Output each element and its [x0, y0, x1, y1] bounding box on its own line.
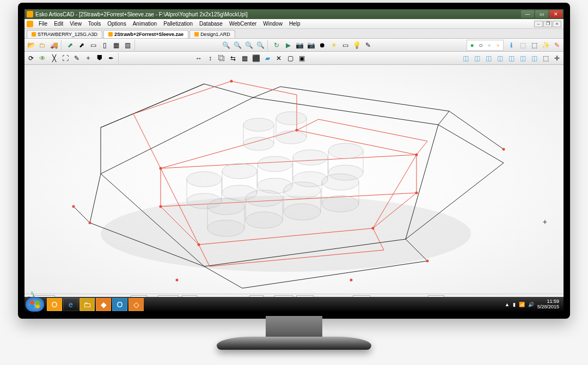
rect2-icon[interactable]: ▭ — [340, 40, 351, 51]
traffic-blue-icon[interactable]: ▫ — [485, 41, 494, 50]
record-icon[interactable]: ⏺ — [317, 40, 328, 51]
plus-icon[interactable]: ＋ — [83, 53, 94, 64]
crop-icon[interactable]: ⛶ — [60, 53, 71, 64]
pencil-icon[interactable]: ✎ — [552, 40, 562, 51]
3d-viewport[interactable]: + x y z — [24, 65, 564, 294]
traffic-white-icon[interactable]: ○ — [476, 41, 485, 50]
taskbar-app3-icon[interactable]: ◇ — [128, 298, 144, 311]
menu-view[interactable]: View — [66, 21, 85, 27]
svg-point-57 — [243, 137, 274, 150]
maximize-button[interactable]: ▭ — [535, 10, 548, 18]
svg-point-52 — [322, 174, 359, 190]
eye-icon[interactable]: 👁 — [37, 53, 48, 64]
menu-tools[interactable]: Tools — [85, 21, 104, 27]
bulb-icon[interactable]: 💡 — [351, 40, 362, 51]
select-dashed-icon[interactable]: ▭ — [88, 40, 99, 51]
move1-icon[interactable]: ↔ — [193, 53, 204, 64]
view-bottom-icon[interactable]: ◫ — [517, 53, 528, 64]
grid-icon[interactable]: ▦ — [111, 40, 121, 51]
ortho-icon[interactable]: ⬚ — [540, 53, 551, 64]
array-icon[interactable]: ▦ — [239, 53, 250, 64]
child-restore-button[interactable]: ❐ — [543, 21, 552, 27]
tab-design1[interactable]: Design1.ARD — [189, 30, 235, 38]
taskbar-app1-icon[interactable]: ◆ — [96, 298, 111, 311]
tray-wifi-icon[interactable]: 📶 — [519, 302, 525, 307]
cube-icon[interactable]: ⬚ — [517, 40, 528, 51]
file-icon — [108, 32, 113, 36]
pen-icon[interactable]: ✒ — [106, 53, 117, 64]
cursor-green-icon[interactable]: ⬈ — [65, 40, 76, 51]
menu-webcenter[interactable]: WebCenter — [226, 21, 260, 27]
tool-a-icon[interactable]: ✎ — [363, 40, 373, 51]
menu-options[interactable]: Options — [104, 21, 129, 27]
wand-icon[interactable]: ✨ — [540, 40, 551, 51]
zoom-fit-icon[interactable]: 🔍 — [243, 40, 254, 51]
tray-volume-icon[interactable]: 🔊 — [528, 302, 534, 307]
cursor-black-icon[interactable]: ⬈ — [76, 40, 87, 51]
open-icon[interactable]: 📂 — [26, 40, 36, 51]
start-button[interactable] — [26, 297, 44, 312]
svg-point-60 — [276, 112, 307, 125]
refresh-icon[interactable]: ↻ — [271, 40, 282, 51]
menu-edit[interactable]: Edit — [51, 21, 66, 27]
magnet-icon[interactable]: ⬚ — [529, 40, 540, 51]
info-icon[interactable]: ℹ — [506, 40, 517, 51]
taskbar-ie-icon[interactable]: e — [63, 298, 78, 311]
svg-point-36 — [328, 143, 363, 159]
view-persp-icon[interactable]: ◫ — [529, 53, 540, 64]
menu-animation[interactable]: Animation — [130, 21, 160, 27]
wire-icon[interactable]: ╳ — [48, 53, 59, 64]
traffic-orange-icon[interactable]: ▫ — [494, 41, 503, 50]
move2-icon[interactable]: ↕ — [205, 53, 216, 64]
svg-point-0 — [101, 196, 471, 272]
menu-file[interactable]: File — [35, 21, 51, 27]
zoom-out-icon[interactable]: 🔍 — [232, 40, 243, 51]
folder-icon[interactable]: 🗀 — [37, 40, 48, 51]
eraser-icon[interactable]: ▰ — [262, 53, 273, 64]
svg-point-6 — [160, 167, 162, 170]
menu-database[interactable]: Database — [196, 21, 226, 27]
tray-clock[interactable]: 11:59 5/28/2015 — [537, 299, 559, 310]
zoom-in-icon[interactable]: 🔍 — [220, 40, 231, 51]
wireframe-render — [24, 65, 564, 294]
traffic-green-icon[interactable]: ● — [468, 41, 476, 50]
delete-icon[interactable]: ✕ — [273, 53, 284, 64]
view-side-icon[interactable]: ◫ — [483, 53, 494, 64]
menu-help[interactable]: Help — [286, 21, 304, 27]
rotate-icon[interactable]: ⟳ — [26, 53, 36, 64]
rect-icon[interactable]: ▯ — [99, 40, 110, 51]
child-close-button[interactable]: × — [553, 21, 561, 27]
pencil2-icon[interactable]: ✎ — [71, 53, 82, 64]
close-button[interactable]: ✕ — [549, 10, 562, 18]
truck-icon[interactable]: 🚚 — [48, 40, 59, 51]
view-back-icon[interactable]: ◫ — [506, 53, 517, 64]
camera2-icon[interactable]: 📷 — [305, 40, 316, 51]
menu-window[interactable]: Window — [260, 21, 286, 27]
taskbar-app2-icon[interactable]: O — [112, 298, 127, 311]
tray-net-icon[interactable]: ▮ — [513, 302, 516, 307]
taskbar-explorer-icon[interactable]: 🗀 — [79, 298, 95, 311]
fold-icon[interactable]: ⛊ — [94, 53, 105, 64]
zoom-window-icon[interactable]: 🔍 — [255, 40, 266, 51]
svg-line-2 — [449, 111, 504, 149]
view-iso-icon[interactable]: ◫ — [460, 53, 471, 64]
mirror-icon[interactable]: ⇆ — [228, 53, 238, 64]
sun-icon[interactable]: ☀ — [328, 40, 339, 51]
play-icon[interactable]: ▶ — [283, 40, 293, 51]
axis-icon[interactable]: ✛ — [552, 53, 562, 64]
tab-strawberry[interactable]: STRAWBERRY_125G.A3D — [27, 30, 102, 38]
tray-flag-icon[interactable]: ▲ — [505, 302, 510, 307]
minimize-button[interactable]: — — [521, 10, 534, 18]
highlight-icon[interactable]: ⬛ — [250, 53, 261, 64]
view-top-icon[interactable]: ◫ — [494, 53, 505, 64]
child-minimize-button[interactable]: – — [534, 21, 543, 27]
box2-icon[interactable]: ▣ — [296, 53, 307, 64]
camera1-icon[interactable]: 📷 — [294, 40, 305, 51]
menu-palletization[interactable]: Palletization — [160, 21, 196, 27]
layout-icon[interactable]: ▥ — [122, 40, 133, 51]
taskbar-outlook-icon[interactable]: O — [47, 298, 62, 311]
tab-sleeve[interactable]: 2Strawb+2Forrest+Sleeve.zae — [103, 30, 188, 38]
box-icon[interactable]: ▢ — [285, 53, 296, 64]
copy-icon[interactable]: ⿻ — [216, 53, 227, 64]
view-front-icon[interactable]: ◫ — [471, 53, 482, 64]
